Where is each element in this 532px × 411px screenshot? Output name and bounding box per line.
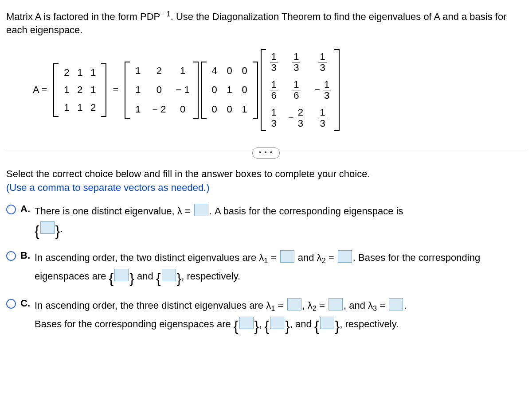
matrix-cell: 1 [133, 103, 142, 116]
input-C-lambda1[interactable] [287, 298, 301, 310]
expand-indicator[interactable]: • • • [6, 145, 526, 159]
matrix-cell: 13 [288, 52, 305, 73]
matrix-cell: 0 [225, 64, 234, 78]
radio-B[interactable] [6, 251, 16, 261]
problem-statement: Matrix A is factored in the form PDP− 1.… [6, 9, 526, 37]
matrix-cell: 2 [152, 64, 166, 78]
matrix-cell: 1 [133, 64, 142, 78]
choice-hint: (Use a comma to separate vectors as need… [6, 181, 526, 194]
matrix-cell: 2 [75, 83, 84, 97]
input-C-lambda2[interactable] [329, 298, 343, 310]
choice-C-row: C. In ascending order, the three distinc… [6, 297, 526, 333]
matrix-A: 211121112 [53, 63, 106, 117]
input-A-basis[interactable] [40, 221, 55, 234]
equation-lhs: A = [33, 83, 47, 97]
choice-A-label: A. [20, 202, 30, 216]
matrix-cell: 2 [62, 66, 71, 79]
matrix-cell: 13 [270, 108, 278, 128]
input-B-basis1[interactable] [114, 269, 129, 281]
intro-text-1: Matrix A is factored in the form PDP [6, 11, 160, 22]
choice-A-row: A. There is one distinct eigenvalue, λ =… [6, 202, 526, 237]
input-B-lambda2[interactable] [338, 250, 352, 263]
input-A-lambda[interactable] [194, 204, 208, 216]
matrix-cell: 0 [225, 103, 234, 116]
matrix-cell: − 23 [288, 108, 305, 128]
input-C-lambda3[interactable] [389, 298, 403, 310]
matrix-cell: 1 [89, 66, 98, 79]
matrix-cell: − 1 [176, 83, 189, 97]
matrix-P: 12110− 11− 20 [125, 62, 198, 119]
radio-A[interactable] [6, 205, 16, 214]
choice-B-body: In ascending order, the two distinct eig… [35, 249, 526, 285]
choice-A-body: There is one distinct eigenvalue, λ = . … [35, 202, 526, 237]
exponent: − 1 [160, 10, 170, 18]
matrix-P-inverse: 1313131616− 1313− 2313 [261, 49, 340, 131]
matrix-cell: 0 [152, 83, 166, 97]
choice-B-label: B. [20, 249, 30, 262]
matrix-cell: 13 [314, 108, 331, 128]
input-B-lambda1[interactable] [280, 250, 294, 263]
matrix-cell: − 2 [152, 103, 166, 116]
choice-prompt: Select the correct choice below and fill… [6, 167, 526, 181]
matrix-cell: 2 [89, 101, 98, 114]
choice-C-body: In ascending order, the three distinct e… [35, 297, 526, 333]
matrix-cell: 1 [75, 66, 84, 79]
input-C-basis1[interactable] [239, 317, 254, 329]
radio-C[interactable] [6, 299, 16, 309]
matrix-cell: 0 [210, 83, 219, 97]
matrix-cell: 1 [62, 83, 71, 97]
matrix-cell: 13 [270, 52, 278, 73]
matrix-cell: 1 [225, 83, 234, 97]
matrix-cell: 16 [270, 80, 278, 101]
input-C-basis2[interactable] [270, 317, 284, 329]
matrix-cell: 0 [210, 103, 219, 116]
matrix-cell: 1 [62, 101, 71, 114]
input-C-basis3[interactable] [320, 317, 334, 329]
matrix-cell: 1 [240, 103, 249, 116]
matrix-cell: 16 [288, 80, 305, 101]
matrix-equation: A = 211121112 = 12110− 11− 20 400010001 … [33, 49, 526, 131]
choice-C-label: C. [20, 297, 30, 310]
matrix-cell: 1 [75, 101, 84, 114]
equals-sign: = [113, 83, 118, 97]
matrix-cell: 1 [176, 64, 189, 78]
matrix-D: 400010001 [201, 62, 258, 119]
matrix-cell: 1 [89, 83, 98, 97]
matrix-cell: 4 [210, 64, 219, 78]
matrix-cell: 0 [176, 103, 189, 116]
matrix-cell: 13 [314, 52, 331, 73]
matrix-cell: 1 [133, 83, 142, 97]
input-B-basis2[interactable] [162, 269, 176, 281]
matrix-cell: 0 [240, 64, 249, 78]
matrix-cell: − 13 [314, 80, 331, 101]
matrix-cell: 0 [240, 83, 249, 97]
choice-B-row: B. In ascending order, the two distinct … [6, 249, 526, 285]
